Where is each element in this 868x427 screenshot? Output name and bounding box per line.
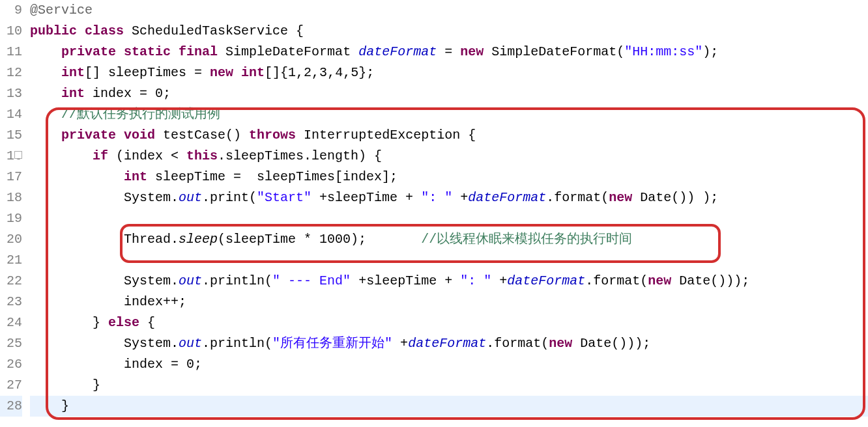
code-token: +: [452, 190, 468, 205]
line-number: 26: [0, 354, 22, 375]
line-number: 10: [0, 21, 22, 42]
code-token: new: [210, 65, 233, 80]
code-token: [77, 23, 85, 38]
code-token: "所有任务重新开始": [272, 336, 392, 351]
code-token: index++;: [30, 294, 186, 309]
code-token: void: [124, 128, 155, 143]
code-line[interactable]: System.out.print("Start" +sleepTime + ":…: [30, 187, 868, 208]
code-line[interactable]: private void testCase() throws Interrupt…: [30, 125, 868, 146]
code-token: [233, 65, 241, 80]
code-token: InterruptedException {: [296, 128, 476, 143]
code-token: [116, 44, 124, 59]
code-line[interactable]: int sleepTime = sleepTimes[index];: [30, 167, 868, 187]
code-editor[interactable]: 910111213141516171819202122232425262728 …: [0, 0, 868, 427]
line-number: 25: [0, 333, 22, 354]
code-token: testCase(): [155, 128, 249, 143]
code-token: out: [179, 336, 202, 351]
line-gutter: 910111213141516171819202122232425262728: [0, 0, 26, 427]
code-token: @Service: [30, 3, 93, 18]
code-token: new: [549, 336, 572, 351]
code-token: index = 0;: [30, 357, 202, 372]
line-number: 11: [0, 42, 22, 62]
code-line[interactable]: } else {: [30, 312, 868, 333]
code-token: new: [648, 273, 671, 288]
code-token: private: [61, 44, 116, 59]
code-line[interactable]: }: [30, 396, 868, 417]
code-line[interactable]: @Service: [30, 0, 868, 21]
code-token: [30, 148, 93, 163]
line-number: 9: [0, 0, 22, 21]
code-line[interactable]: }: [30, 375, 868, 396]
code-token: int: [241, 65, 265, 80]
line-number: 23: [0, 292, 22, 312]
line-number: 27: [0, 375, 22, 396]
code-token: System.: [30, 190, 179, 205]
line-number: 14: [0, 104, 22, 125]
code-line[interactable]: int[] sleepTimes = new int[]{1,2,3,4,5};: [30, 62, 868, 83]
code-token: int: [61, 65, 85, 80]
code-token: [30, 65, 61, 80]
code-line[interactable]: //默认任务执行的测试用例: [30, 104, 868, 125]
code-token: //以线程休眠来模拟任务的执行时间: [421, 232, 632, 247]
code-area[interactable]: @Servicepublic class ScheduledTaskServic…: [26, 0, 868, 427]
code-token: [30, 107, 61, 122]
code-token: .format(: [546, 190, 609, 205]
code-token: {: [139, 315, 155, 330]
code-token: +: [392, 336, 408, 351]
code-token: [30, 86, 61, 101]
code-line[interactable]: System.out.println("所有任务重新开始" +dateForma…: [30, 333, 868, 354]
code-token: .format(: [486, 336, 549, 351]
code-token: final: [179, 44, 218, 59]
code-line[interactable]: [30, 250, 868, 271]
code-token: (index <: [108, 148, 186, 163]
code-token: //默认任务执行的测试用例: [61, 107, 220, 122]
code-token: System.: [30, 273, 179, 288]
code-token: Date()));: [572, 336, 650, 351]
code-token: +sleepTime +: [351, 273, 460, 288]
code-token: .println(: [202, 336, 272, 351]
code-token: out: [179, 190, 202, 205]
code-token: else: [108, 315, 139, 330]
line-number: 13: [0, 83, 22, 104]
code-token: dateFormat: [358, 44, 437, 59]
code-line[interactable]: [30, 208, 868, 229]
code-line[interactable]: Thread.sleep(sleepTime * 1000); //以线程休眠来…: [30, 229, 868, 250]
code-token: .println(: [202, 273, 272, 288]
code-token: }: [30, 315, 108, 330]
code-token: (sleepTime * 1000);: [218, 232, 421, 247]
code-token: }: [30, 378, 100, 393]
code-token: int: [124, 169, 147, 184]
code-token: dateFormat: [507, 273, 585, 288]
code-token: [171, 44, 179, 59]
code-token: [] sleepTimes =: [85, 65, 210, 80]
line-number: 17: [0, 167, 22, 187]
code-token: "Start": [257, 190, 311, 205]
code-token: " --- End": [272, 273, 351, 288]
code-token: .format(: [585, 273, 648, 288]
line-number: 15: [0, 125, 22, 146]
code-line[interactable]: index++;: [30, 292, 868, 312]
code-token: );: [702, 44, 718, 59]
code-token: throws: [249, 128, 296, 143]
code-token: +: [491, 273, 507, 288]
code-line[interactable]: int index = 0;: [30, 83, 868, 104]
code-line[interactable]: if (index < this.sleepTimes.length) {: [30, 146, 868, 167]
code-line[interactable]: System.out.println(" --- End" +sleepTime…: [30, 271, 868, 292]
line-number: 12: [0, 62, 22, 83]
code-token: dateFormat: [468, 190, 546, 205]
code-token: Date()));: [671, 273, 749, 288]
code-token: private: [61, 128, 116, 143]
line-number: 28: [0, 396, 22, 417]
line-number: 20: [0, 229, 22, 250]
code-token: dateFormat: [408, 336, 486, 351]
code-line[interactable]: public class ScheduledTaskService {: [30, 21, 868, 42]
code-token: .print(: [202, 190, 257, 205]
code-token: sleep: [179, 232, 218, 247]
code-line[interactable]: private static final SimpleDateFormat da…: [30, 42, 868, 62]
line-number: 18: [0, 187, 22, 208]
code-token: new: [609, 190, 632, 205]
code-token: System.: [30, 336, 179, 351]
line-number: 19: [0, 208, 22, 229]
code-line[interactable]: index = 0;: [30, 354, 868, 375]
code-token: sleepTime = sleepTimes[index];: [147, 169, 398, 184]
